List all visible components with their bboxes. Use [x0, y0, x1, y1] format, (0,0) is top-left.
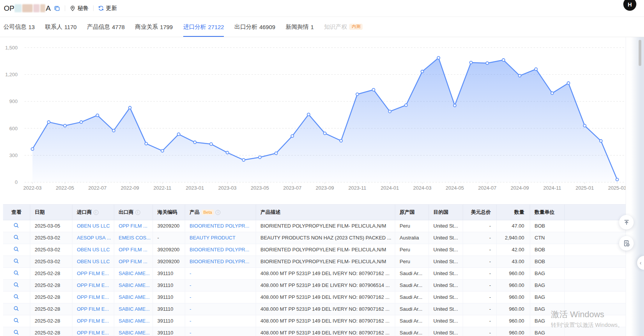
- table-row[interactable]: 2025-02-28OPP FILM E...SABIC AME...39111…: [3, 291, 626, 303]
- data-point[interactable]: [388, 110, 391, 113]
- table-row[interactable]: 2025-02-28OPP FILM E...SABIC AME...39111…: [3, 279, 626, 291]
- cell-importer[interactable]: OPP FILM E...: [72, 279, 114, 291]
- cell-exporter[interactable]: SABIC AME...: [114, 327, 153, 336]
- view-detail-button[interactable]: [3, 232, 30, 244]
- data-point[interactable]: [535, 68, 537, 70]
- table-row[interactable]: 2025-02-28OPP FILM E...SABIC AME...39111…: [3, 267, 626, 279]
- data-point[interactable]: [112, 129, 115, 132]
- cell-exporter[interactable]: SABIC AME...: [114, 279, 153, 291]
- data-point[interactable]: [518, 74, 521, 77]
- data-point[interactable]: [210, 143, 212, 145]
- data-point[interactable]: [421, 70, 424, 73]
- data-point[interactable]: [502, 59, 505, 61]
- tab-出口分析[interactable]: 出口分析46909: [234, 17, 275, 37]
- cell-product[interactable]: -: [185, 291, 256, 303]
- cell-importer[interactable]: OPP FILM E...: [72, 303, 114, 315]
- table-row[interactable]: 2025-03-02OBEN US LLCOPP FILM ...3920920…: [3, 244, 626, 256]
- cell-exporter[interactable]: SABIC AME...: [114, 303, 153, 315]
- cell-exporter[interactable]: EMEIS COS...: [114, 232, 153, 244]
- view-magnifier-icon[interactable]: [13, 234, 19, 240]
- cell-product[interactable]: BIOORIENTED POLYPR...: [185, 220, 256, 232]
- cell-exporter[interactable]: OPP FILM ...: [114, 220, 153, 232]
- tab-进口分析[interactable]: 进口分析27122: [183, 17, 224, 37]
- data-point[interactable]: [275, 152, 278, 154]
- tab-新闻舆情[interactable]: 新闻舆情1: [286, 17, 314, 37]
- info-icon[interactable]: i: [94, 210, 99, 215]
- cell-importer[interactable]: OPP FILM E...: [72, 315, 114, 327]
- data-point[interactable]: [324, 132, 326, 134]
- data-point[interactable]: [356, 93, 359, 95]
- data-point[interactable]: [405, 104, 407, 107]
- data-point[interactable]: [583, 124, 586, 127]
- cell-exporter[interactable]: SABIC AME...: [114, 291, 153, 303]
- view-detail-button[interactable]: [3, 279, 30, 291]
- location-button[interactable]: 秘鲁: [70, 5, 89, 12]
- cell-product[interactable]: -: [185, 279, 256, 291]
- cell-importer[interactable]: OPP FILM E...: [72, 267, 114, 279]
- cell-product[interactable]: -: [185, 327, 256, 336]
- view-magnifier-icon[interactable]: [13, 294, 19, 300]
- tab-商业关系[interactable]: 商业关系1799: [135, 17, 172, 37]
- table-row[interactable]: 2025-02-28OPP FILM E...SABIC AME...39111…: [3, 327, 626, 336]
- table-row[interactable]: 2025-02-28OPP FILM E...SABIC AME...39111…: [3, 315, 626, 327]
- cell-exporter[interactable]: SABIC AME...: [114, 267, 153, 279]
- column-header-importer[interactable]: 进口商i: [72, 205, 114, 220]
- view-detail-button[interactable]: [3, 244, 30, 256]
- view-magnifier-icon[interactable]: [13, 282, 19, 288]
- tab-知识产权[interactable]: 知识产权内测: [324, 17, 363, 37]
- data-point[interactable]: [177, 133, 180, 136]
- cell-importer[interactable]: OBEN US LLC: [72, 220, 114, 232]
- view-magnifier-icon[interactable]: [13, 306, 19, 311]
- table-row[interactable]: 2025-03-02OBEN US LLCOPP FILM ...3920920…: [3, 256, 626, 267]
- back-to-top-button[interactable]: [619, 215, 634, 229]
- cell-product[interactable]: -: [185, 303, 256, 315]
- data-point[interactable]: [96, 114, 99, 116]
- tab-公司信息[interactable]: 公司信息13: [3, 17, 35, 37]
- data-point[interactable]: [145, 142, 148, 145]
- view-magnifier-icon[interactable]: [13, 270, 19, 276]
- view-magnifier-icon[interactable]: [13, 223, 19, 228]
- data-point[interactable]: [470, 61, 472, 64]
- vertical-scrollbar-thumb[interactable]: [639, 40, 641, 66]
- data-point[interactable]: [486, 62, 488, 64]
- cell-importer[interactable]: AESOP USA ...: [72, 232, 114, 244]
- cell-importer[interactable]: OPP FILM E...: [72, 327, 114, 336]
- data-point[interactable]: [340, 139, 342, 142]
- cell-importer[interactable]: OPP FILM E...: [72, 291, 114, 303]
- data-point[interactable]: [242, 159, 245, 161]
- cell-product[interactable]: -: [185, 315, 256, 327]
- data-point[interactable]: [437, 56, 440, 59]
- data-point[interactable]: [567, 82, 570, 84]
- view-magnifier-icon[interactable]: [13, 246, 19, 252]
- copy-icon[interactable]: [54, 5, 60, 11]
- cell-product[interactable]: BEAUTY PRODUCT: [185, 232, 256, 244]
- cell-exporter[interactable]: SABIC AME...: [114, 315, 153, 327]
- view-magnifier-icon[interactable]: [13, 258, 19, 264]
- data-point[interactable]: [616, 178, 618, 181]
- view-magnifier-icon[interactable]: [13, 329, 19, 335]
- import-trend-chart[interactable]: 03006009001,2001,5002022-032022-052022-0…: [0, 37, 626, 196]
- cell-exporter[interactable]: OPP FILM ...: [114, 256, 153, 267]
- data-point[interactable]: [226, 151, 229, 154]
- view-detail-button[interactable]: [3, 327, 30, 336]
- data-point[interactable]: [161, 149, 164, 152]
- cell-importer[interactable]: OBEN US LLC: [72, 244, 114, 256]
- data-point[interactable]: [551, 92, 554, 95]
- table-row[interactable]: 2025-02-28OPP FILM E...SABIC AME...39111…: [3, 303, 626, 315]
- view-detail-button[interactable]: [3, 291, 30, 303]
- view-detail-button[interactable]: [3, 315, 30, 327]
- data-point[interactable]: [80, 121, 82, 123]
- data-point[interactable]: [307, 113, 310, 116]
- cell-product[interactable]: BIOORIENTED POLYPR...: [185, 244, 256, 256]
- update-button[interactable]: 更新: [98, 5, 117, 12]
- data-point[interactable]: [372, 89, 375, 91]
- data-point[interactable]: [453, 104, 456, 107]
- cell-importer[interactable]: OBEN US LLC: [72, 256, 114, 267]
- table-row[interactable]: 2025-03-05OBEN US LLCOPP FILM ...3920920…: [3, 220, 626, 232]
- data-point[interactable]: [128, 106, 131, 109]
- data-point[interactable]: [64, 124, 66, 127]
- data-point[interactable]: [31, 148, 34, 150]
- data-point[interactable]: [47, 121, 50, 123]
- tab-产品信息[interactable]: 产品信息4778: [87, 17, 125, 37]
- feedback-button[interactable]: [619, 236, 634, 251]
